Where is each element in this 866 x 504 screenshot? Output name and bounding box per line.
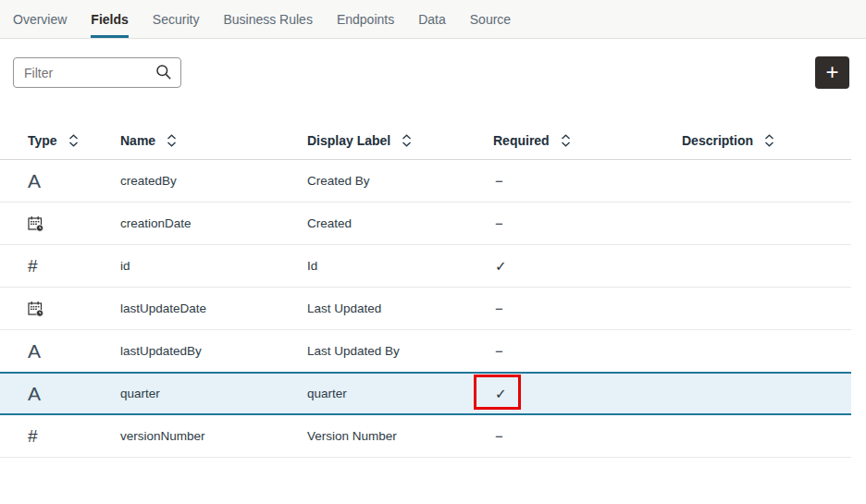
- required-cell: −: [493, 343, 682, 359]
- tab-label: Overview: [13, 12, 67, 27]
- column-header-display-label[interactable]: Display Label: [307, 133, 493, 148]
- table-row[interactable]: creationDate Created −: [0, 203, 851, 245]
- name-cell: versionNumber: [120, 429, 307, 443]
- required-check-icon: ✓: [495, 386, 507, 401]
- tab-security[interactable]: Security: [153, 0, 200, 38]
- fields-page: Overview Fields Security Business Rules …: [0, 0, 866, 504]
- name-cell: quarter: [120, 387, 307, 400]
- table-row[interactable]: lastUpdateDate Last Updated −: [0, 288, 851, 330]
- table-row[interactable]: # id Id ✓: [0, 245, 851, 288]
- number-type-icon: #: [28, 257, 38, 275]
- column-header-name[interactable]: Name: [120, 133, 307, 148]
- sort-icon: [402, 134, 412, 147]
- type-cell: [28, 301, 120, 317]
- type-cell: #: [28, 427, 120, 445]
- required-cell: ✓: [493, 258, 682, 275]
- tab-fields[interactable]: Fields: [91, 0, 128, 38]
- plus-icon: +: [825, 61, 838, 83]
- tab-data[interactable]: Data: [418, 0, 446, 38]
- table-row[interactable]: A lastUpdatedBy Last Updated By −: [0, 330, 851, 373]
- display-label-cell: Last Updated By: [307, 344, 493, 358]
- required-cell: ✓: [493, 386, 682, 402]
- datetime-type-icon: [28, 301, 44, 317]
- column-label: Description: [682, 133, 753, 148]
- name-cell: id: [120, 259, 307, 273]
- table-header-row: Type Name Display Label Required Descrip…: [0, 121, 851, 160]
- display-label-cell: Created By: [307, 174, 493, 188]
- display-label-cell: Last Updated: [307, 301, 493, 315]
- type-cell: #: [28, 257, 120, 275]
- tab-source[interactable]: Source: [470, 0, 511, 38]
- not-required-dash: −: [495, 173, 503, 189]
- display-label-cell: Created: [307, 216, 493, 230]
- text-type-icon: A: [28, 171, 41, 191]
- add-field-button[interactable]: +: [815, 56, 849, 89]
- filter-field: [13, 57, 181, 88]
- name-cell: createdBy: [120, 174, 307, 188]
- tab-label: Security: [153, 12, 200, 27]
- column-label: Type: [28, 133, 57, 148]
- tab-label: Data: [418, 12, 446, 27]
- type-cell: A: [28, 171, 120, 191]
- not-required-dash: −: [495, 428, 503, 444]
- column-label: Display Label: [307, 133, 390, 148]
- tab-label: Fields: [91, 12, 128, 27]
- required-check-icon: ✓: [495, 258, 507, 274]
- number-type-icon: #: [28, 427, 38, 445]
- required-cell: −: [493, 173, 682, 189]
- type-cell: A: [28, 384, 120, 403]
- not-required-dash: −: [495, 343, 503, 359]
- table-row[interactable]: # versionNumber Version Number −: [0, 415, 851, 458]
- display-label-cell: Version Number: [307, 429, 493, 443]
- name-cell: lastUpdateDate: [120, 301, 307, 315]
- text-type-icon: A: [28, 384, 41, 403]
- name-cell: creationDate: [120, 216, 307, 230]
- fields-table: Type Name Display Label Required Descrip…: [0, 121, 851, 458]
- table-row[interactable]: A createdBy Created By −: [0, 160, 851, 203]
- type-cell: A: [28, 341, 120, 361]
- tab-label: Source: [470, 12, 511, 27]
- tab-business-rules[interactable]: Business Rules: [223, 0, 313, 38]
- not-required-dash: −: [495, 301, 503, 316]
- datetime-type-icon: [28, 215, 44, 232]
- tab-label: Endpoints: [337, 12, 394, 27]
- column-header-type[interactable]: Type: [28, 133, 120, 148]
- type-cell: [28, 215, 120, 232]
- tab-overview[interactable]: Overview: [13, 0, 67, 38]
- not-required-dash: −: [495, 215, 503, 231]
- tab-endpoints[interactable]: Endpoints: [337, 0, 394, 38]
- column-header-required[interactable]: Required: [493, 133, 682, 148]
- tab-label: Business Rules: [223, 12, 313, 27]
- tab-bar: Overview Fields Security Business Rules …: [0, 0, 866, 39]
- text-type-icon: A: [28, 341, 41, 361]
- sort-icon: [764, 134, 774, 147]
- display-label-cell: Id: [307, 259, 493, 273]
- required-cell: −: [493, 215, 682, 231]
- sort-icon: [68, 134, 79, 147]
- display-label-cell: quarter: [307, 387, 493, 400]
- table-row-selected[interactable]: A quarter quarter ✓: [0, 372, 851, 415]
- column-label: Name: [120, 133, 155, 148]
- sort-icon: [167, 134, 177, 147]
- required-cell: −: [493, 428, 682, 444]
- column-header-description[interactable]: Description: [682, 133, 851, 148]
- required-cell: −: [493, 301, 682, 316]
- name-cell: lastUpdatedBy: [120, 344, 307, 358]
- sort-icon: [561, 134, 571, 147]
- column-label: Required: [493, 133, 550, 148]
- search-icon[interactable]: [155, 64, 172, 80]
